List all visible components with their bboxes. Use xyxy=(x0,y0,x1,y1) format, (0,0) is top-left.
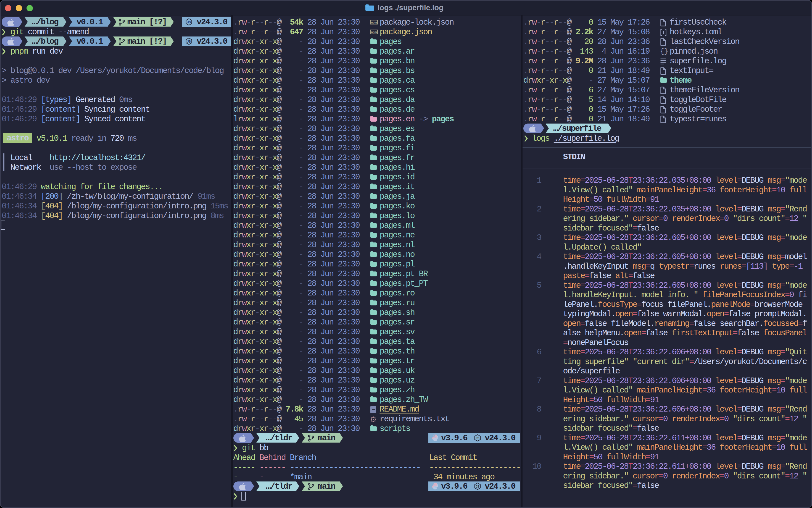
svg-text:npm: npm xyxy=(371,31,377,34)
svg-text:JS: JS xyxy=(187,40,191,43)
svg-text:JS: JS xyxy=(476,436,479,439)
svg-text:JS: JS xyxy=(476,484,479,488)
svg-text:npm: npm xyxy=(371,21,377,24)
svg-text:JS: JS xyxy=(187,20,191,24)
